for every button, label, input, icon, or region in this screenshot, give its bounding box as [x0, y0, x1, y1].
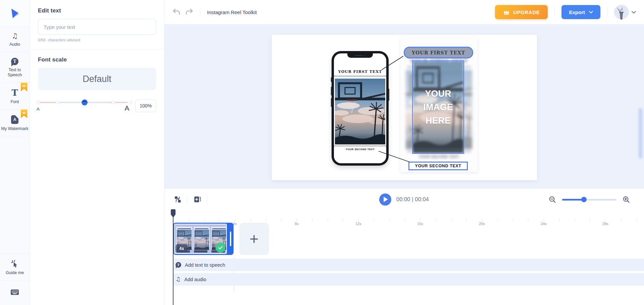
premium-crown-badge: [21, 110, 27, 118]
edit-text-panel: Edit text 0/55 characters advised Font s…: [30, 0, 164, 305]
ruler-tick: [235, 219, 235, 221]
export-button[interactable]: Export: [561, 5, 600, 19]
video-clip[interactable]: 4s: [173, 223, 234, 255]
app-logo[interactable]: [0, 0, 30, 27]
ruler-tick: [405, 219, 405, 221]
text-to-speech-icon: [176, 262, 181, 268]
font-scale-max-label: A: [125, 104, 129, 112]
upgrade-button[interactable]: UPGRADE: [495, 5, 548, 19]
ruler-tick: [466, 219, 467, 221]
ruler-tick: [358, 219, 359, 221]
sidebar-item-label: Guide me: [1, 270, 29, 276]
font-scale-percent[interactable]: 100%: [135, 99, 156, 112]
magnifier-minus-icon: [549, 196, 556, 203]
ruler-label: 16s: [414, 222, 426, 226]
slider-stop[interactable]: [129, 101, 133, 104]
first-text-element[interactable]: YOUR FIRST TEXT: [404, 47, 473, 58]
font-scale-slider-row: A A 100%: [38, 99, 156, 112]
phone-second-text: YOUR SECOND TEXT: [334, 148, 386, 151]
music-note-icon: ♫: [176, 276, 181, 282]
zoom-in-button[interactable]: [623, 196, 630, 203]
second-text-element[interactable]: YOUR SECOND TEXT: [409, 162, 467, 170]
chevron-down-icon: [632, 11, 636, 14]
ruler-tick: [636, 219, 637, 221]
ruler-label: 28s: [600, 222, 611, 226]
ruler-tick: [420, 219, 420, 221]
canvas-scrollbar-thumb[interactable]: [639, 108, 642, 159]
upgrade-label: UPGRADE: [513, 9, 540, 15]
sidebar-item-label: My Watermark: [1, 126, 29, 132]
track-label: Add text to speech: [185, 262, 225, 268]
track-add-text-to-speech[interactable]: Add text to speech: [173, 259, 644, 271]
redo-button[interactable]: [185, 8, 193, 16]
ruler-label: 8s: [291, 222, 302, 226]
premium-crown-badge: [21, 83, 27, 91]
add-media-button[interactable]: [193, 195, 201, 203]
image-placeholder-element[interactable]: YOUR IMAGE HERE: [412, 60, 464, 154]
divider: [554, 7, 555, 17]
sidebar-item-audio[interactable]: ♫ Audio: [0, 27, 30, 52]
text-input[interactable]: [38, 19, 156, 35]
panel-divider: [30, 49, 164, 49]
play-button[interactable]: [379, 193, 391, 206]
add-scene-button[interactable]: +: [239, 223, 269, 255]
font-scale-slider[interactable]: A A: [37, 99, 128, 112]
ruler-tick: [389, 219, 390, 221]
playhead-handle[interactable]: [171, 209, 176, 218]
deer-avatar-icon: [616, 7, 627, 19]
panel-title: Edit text: [38, 7, 156, 14]
phone-notch: [347, 53, 373, 58]
ruler-tick: [281, 219, 282, 221]
timeline-zoom-controls: [549, 196, 635, 203]
divider: [207, 195, 207, 204]
clip-trim-handle[interactable]: [230, 231, 231, 246]
undo-button[interactable]: [172, 8, 181, 16]
avatar: [614, 5, 629, 19]
account-menu[interactable]: [614, 5, 636, 19]
ruler-tick: [374, 219, 374, 221]
font-icon: T: [11, 88, 18, 97]
ruler-tick: [328, 219, 328, 221]
zoom-out-button[interactable]: [549, 196, 556, 203]
ruler-tick: [343, 219, 343, 221]
sidebar-item-my-watermark[interactable]: My Watermark: [0, 110, 30, 137]
export-label: Export: [569, 9, 585, 15]
slider-thumb[interactable]: [82, 99, 88, 105]
track-label: Add audio: [184, 277, 206, 282]
timeline: 00:00 | 00:04: [164, 188, 644, 305]
timeline-toolbar: 00:00 | 00:04: [164, 188, 644, 210]
track-add-audio[interactable]: ♫ Add audio: [173, 273, 644, 286]
sidebar-item-text-to-speech[interactable]: Text to Speech: [0, 52, 30, 83]
time-display: 00:00 | 00:04: [396, 197, 429, 203]
add-media-icon: [193, 195, 201, 203]
project-title[interactable]: Instagram Reel Toolkit: [207, 9, 257, 15]
zoom-slider-thumb[interactable]: [581, 197, 587, 202]
timeline-zoom-slider[interactable]: [562, 197, 616, 202]
manage-scenes-button[interactable]: [174, 195, 182, 203]
sidebar-item-font[interactable]: T Font: [0, 83, 30, 110]
ruler-label: 24s: [538, 222, 549, 226]
slider-stop[interactable]: [37, 101, 40, 104]
preview-canvas: YOUR FIRST TEXT YOUR SECOND TEXT YOUR FI…: [164, 24, 644, 188]
font-scale-preset[interactable]: Default: [38, 68, 156, 90]
divider: [607, 7, 607, 17]
clip-thumbnail: [194, 227, 210, 249]
watermark-icon: [11, 115, 18, 124]
sidebar-item-label: Font: [1, 99, 29, 105]
clip-selected-check: [215, 243, 226, 253]
font-scale-title: Font scale: [38, 56, 156, 63]
slider-stop[interactable]: [112, 101, 115, 104]
phone-button: [331, 77, 332, 82]
keyboard-shortcuts-button[interactable]: [0, 281, 30, 305]
phone-mockup: YOUR FIRST TEXT YOUR SECOND TEXT: [332, 51, 389, 166]
ruler-tick: [528, 219, 529, 221]
thumbnail-caption-chip: [194, 250, 207, 253]
icon-rail: ♫ Audio Text to Speech T Font My Waterma…: [0, 0, 30, 305]
music-note-icon: ♫: [12, 32, 18, 40]
ruler-tick: [605, 219, 606, 221]
check-icon: [218, 246, 223, 250]
sidebar-item-guide-me[interactable]: Guide me: [0, 254, 30, 281]
character-hint: 0/55 characters advised: [38, 38, 156, 42]
phone-button: [331, 87, 332, 95]
slider-stop[interactable]: [56, 101, 59, 104]
